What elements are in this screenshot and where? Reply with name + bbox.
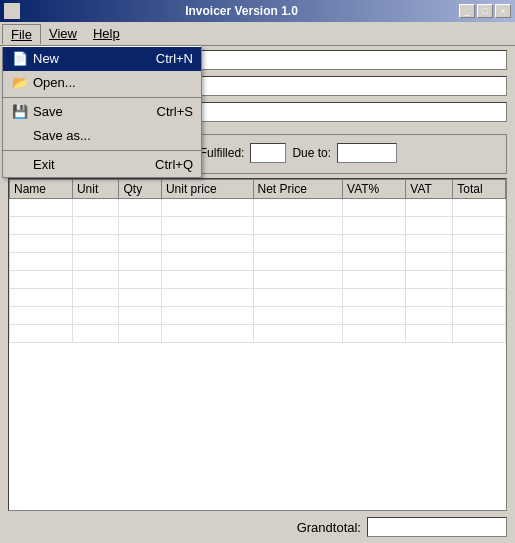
grandtotal-row: Grandtotal: [8,515,507,539]
grandtotal-input[interactable] [367,517,507,537]
col-unit: Unit [72,180,119,199]
window-icon [4,3,20,19]
maximize-button[interactable]: □ [477,4,493,18]
view-menu[interactable]: View [41,22,85,45]
col-vat-pct: VAT% [343,180,406,199]
col-vat: VAT [406,180,453,199]
title-bar: Invoicer Version 1.0 _ □ × [0,0,515,22]
exit-shortcut: Ctrl+Q [155,157,193,172]
table-row [10,325,506,343]
file-dropdown: 📄 New Ctrl+N 📂 Open... 💾 Save Ctrl+S Sav… [2,46,202,178]
open-icon: 📂 [11,74,29,92]
table-row [10,307,506,325]
file-menu-label: File [11,27,32,42]
save-icon: 💾 [11,103,29,121]
table-header-row: Name Unit Qty Unit price Net Price VAT% … [10,180,506,199]
col-net-price: Net Price [253,180,343,199]
col-name: Name [10,180,73,199]
close-button[interactable]: × [495,4,511,18]
col-qty: Qty [119,180,161,199]
table-row [10,235,506,253]
new-shortcut: Ctrl+N [156,51,193,66]
new-doc-icon: 📄 [11,50,29,68]
save-shortcut: Ctrl+S [157,104,193,119]
invoice-table: Name Unit Qty Unit price Net Price VAT% … [9,179,506,343]
dueto-label: Due to: [292,146,331,160]
table-row [10,271,506,289]
file-menu[interactable]: File [2,24,41,44]
file-menu-container: File 📄 New Ctrl+N 📂 Open... 💾 Save Ctrl+… [2,24,41,44]
grandtotal-label: Grandtotal: [297,520,361,535]
minimize-button[interactable]: _ [459,4,475,18]
exit-label: Exit [33,157,55,172]
menu-bar: File 📄 New Ctrl+N 📂 Open... 💾 Save Ctrl+… [0,22,515,46]
menu-exit[interactable]: Exit Ctrl+Q [3,153,201,177]
table-row [10,199,506,217]
window-controls: _ □ × [459,4,511,18]
menu-separator-2 [3,150,201,151]
fulfilled-label: Fulfilled: [200,146,245,160]
exit-icon [11,156,29,174]
help-menu[interactable]: Help [85,22,128,45]
menu-separator-1 [3,97,201,98]
dueto-input[interactable] [337,143,397,163]
menu-saveas[interactable]: Save as... [3,124,201,148]
window-title: Invoicer Version 1.0 [24,4,459,18]
menu-open[interactable]: 📂 Open... [3,71,201,95]
open-label: Open... [33,75,76,90]
saveas-icon [11,127,29,145]
col-unit-price: Unit price [161,180,253,199]
help-menu-label: Help [93,26,120,41]
table-body [10,199,506,343]
view-menu-label: View [49,26,77,41]
menu-new[interactable]: 📄 New Ctrl+N [3,47,201,71]
invoice-table-container: Name Unit Qty Unit price Net Price VAT% … [8,178,507,511]
table-row [10,253,506,271]
saveas-label: Save as... [33,128,91,143]
table-header: Name Unit Qty Unit price Net Price VAT% … [10,180,506,199]
menu-save[interactable]: 💾 Save Ctrl+S [3,100,201,124]
new-label: New [33,51,59,66]
fulfilled-input[interactable] [250,143,286,163]
table-row [10,289,506,307]
col-total: Total [453,180,506,199]
table-row [10,217,506,235]
save-label: Save [33,104,63,119]
